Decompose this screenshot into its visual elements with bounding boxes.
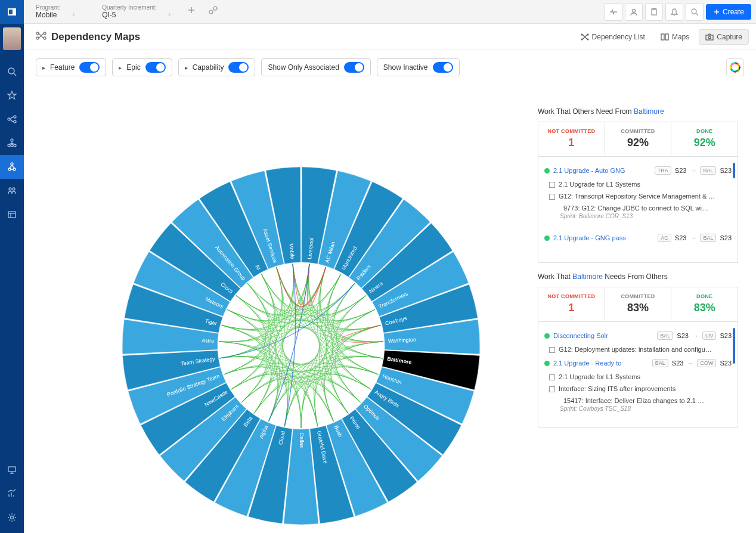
user-avatar[interactable] xyxy=(0,24,24,54)
nav-search-icon[interactable] xyxy=(0,60,24,83)
svg-point-40 xyxy=(581,39,583,40)
work-item[interactable]: Disconnecting Solr BAL S23 → LIV S23 xyxy=(543,328,733,343)
nav-board-icon[interactable] xyxy=(0,203,24,227)
stat-committed[interactable]: COMMITTED92% xyxy=(605,122,672,156)
team-badge: AC xyxy=(658,234,671,242)
svg-point-8 xyxy=(11,139,13,141)
inactive-toggle[interactable] xyxy=(433,62,453,73)
svg-point-7 xyxy=(14,120,16,123)
color-legend-button[interactable] xyxy=(726,58,744,76)
top-bar: Program: Mobile › Quarterly Increment: Q… xyxy=(24,0,756,24)
camera-icon xyxy=(705,33,714,41)
svg-point-15 xyxy=(9,188,11,190)
svg-point-9 xyxy=(8,144,10,147)
svg-point-11 xyxy=(14,144,16,147)
filter-show-inactive[interactable]: Show Inactive xyxy=(377,58,460,76)
panel2-team-link[interactable]: Baltimore xyxy=(572,272,603,281)
work-item[interactable]: 2.1 Upgrade - Ready to BAL S23 → COW S23 xyxy=(543,355,733,371)
associated-toggle[interactable] xyxy=(344,62,364,73)
work-item[interactable]: 2.1 Upgrade - Auto GNG TRA S23 → BAL S23 xyxy=(543,163,733,178)
grandchild-item[interactable]: 9773: G12: Change JDBC to connect to SQL… xyxy=(543,202,733,213)
stat-not-committed[interactable]: NOT COMMITTED1 xyxy=(538,122,605,156)
scrollbar-thumb[interactable] xyxy=(733,163,735,178)
add-icon[interactable] xyxy=(186,5,197,19)
panel2-stats: NOT COMMITTED1 COMMITTED83% DONE83% xyxy=(538,287,738,322)
pulse-icon[interactable] xyxy=(605,3,622,21)
work-item[interactable]: 2.1 Upgrade - GNG pass AC S23 → BAL S23 xyxy=(543,230,733,246)
child-item[interactable]: 2.1 Upgrade for L1 Systems xyxy=(543,371,733,383)
scrollbar-thumb[interactable] xyxy=(733,328,735,364)
app-logo[interactable] xyxy=(0,0,24,24)
svg-point-39 xyxy=(587,34,588,35)
chevron-right-icon: › xyxy=(168,10,171,18)
sprint-note: Sprint: Cowboys TSC_S18 xyxy=(543,405,733,417)
grandchild-item[interactable]: 15417: Interface: Deliver Eliza changes … xyxy=(543,395,733,405)
child-item[interactable]: G12: Deployment updates: installation an… xyxy=(543,343,733,355)
left-sidebar xyxy=(0,0,24,533)
nav-present-icon[interactable] xyxy=(0,458,24,482)
nav-settings-icon[interactable] xyxy=(0,506,24,529)
svg-point-41 xyxy=(587,39,588,40)
svg-point-16 xyxy=(13,188,15,190)
svg-point-38 xyxy=(581,34,583,35)
bell-icon[interactable] xyxy=(665,3,683,21)
filter-epic[interactable]: ▸Epic xyxy=(112,58,172,76)
page-title: Dependency Maps xyxy=(51,31,140,43)
sprint-note: Sprint: Baltimore COR_S13 xyxy=(543,213,733,224)
chevron-right-icon: › xyxy=(72,10,75,18)
stat-done[interactable]: DONE83% xyxy=(671,287,738,321)
feature-toggle[interactable] xyxy=(79,62,100,73)
filter-feature[interactable]: ▸Feature xyxy=(36,58,106,76)
svg-point-6 xyxy=(14,116,16,118)
svg-point-26 xyxy=(11,516,14,519)
page-header: Dependency Maps Dependency List Maps Cap… xyxy=(24,24,756,50)
svg-rect-44 xyxy=(706,35,713,40)
svg-marker-4 xyxy=(8,91,16,99)
child-item[interactable]: Interface: Sizing ITS after improvements xyxy=(543,383,733,395)
team-badge: COW xyxy=(697,359,716,367)
nav-dependency-icon[interactable] xyxy=(0,155,24,179)
feature-icon xyxy=(549,194,555,200)
stat-committed[interactable]: COMMITTED83% xyxy=(605,287,672,321)
panel1-team-link[interactable]: Baltimore xyxy=(634,107,664,116)
nav-star-icon[interactable] xyxy=(0,83,24,107)
svg-point-5 xyxy=(8,118,10,120)
team-badge: TRA xyxy=(655,166,671,175)
status-dot-icon xyxy=(544,235,550,241)
svg-point-32 xyxy=(692,9,696,14)
create-button[interactable]: Create xyxy=(706,4,751,20)
search-icon[interactable] xyxy=(686,3,704,21)
stat-not-committed[interactable]: NOT COMMITTED1 xyxy=(538,287,605,321)
feature-icon xyxy=(549,182,555,188)
nav-tree-icon[interactable] xyxy=(0,131,24,155)
caret-icon: ▸ xyxy=(185,64,188,71)
capability-toggle[interactable] xyxy=(228,62,249,73)
stat-done[interactable]: DONE92% xyxy=(671,122,738,156)
child-item[interactable]: 2.1 Upgrade for L1 Systems xyxy=(543,178,733,190)
svg-point-36 xyxy=(36,37,39,39)
filter-show-only-associated[interactable]: Show Only Associated xyxy=(261,58,370,76)
breadcrumb-increment[interactable]: Quarterly Increment: QI-5 › xyxy=(90,2,168,21)
dependency-chord-chart[interactable]: LiverpoolAC MilanManUnitedRaidersNinersT… xyxy=(24,83,525,533)
nav-analytics-icon[interactable] xyxy=(0,482,24,506)
filter-capability[interactable]: ▸Capability xyxy=(178,58,256,76)
epic-toggle[interactable] xyxy=(145,62,166,73)
arrow-right-icon: → xyxy=(690,234,696,241)
maps-link[interactable]: Maps xyxy=(655,29,695,45)
svg-rect-1 xyxy=(9,10,13,14)
capture-button[interactable]: Capture xyxy=(699,29,749,45)
rainbow-ring-icon xyxy=(730,62,740,73)
svg-rect-17 xyxy=(8,212,16,218)
arrow-right-icon: → xyxy=(692,332,699,339)
nav-people-icon[interactable] xyxy=(0,179,24,203)
child-item[interactable]: G12: Transcript Repository Service Manag… xyxy=(543,190,733,202)
maps-icon xyxy=(661,33,669,41)
dependency-map-icon xyxy=(36,32,47,42)
user-icon[interactable] xyxy=(625,3,643,21)
dependency-list-link[interactable]: Dependency List xyxy=(575,29,651,45)
clipboard-icon[interactable] xyxy=(645,3,663,21)
nav-flow-icon[interactable] xyxy=(0,107,24,131)
gears-icon[interactable] xyxy=(207,5,219,19)
breadcrumb-program[interactable]: Program: Mobile › xyxy=(24,2,72,21)
svg-point-12 xyxy=(11,163,13,165)
